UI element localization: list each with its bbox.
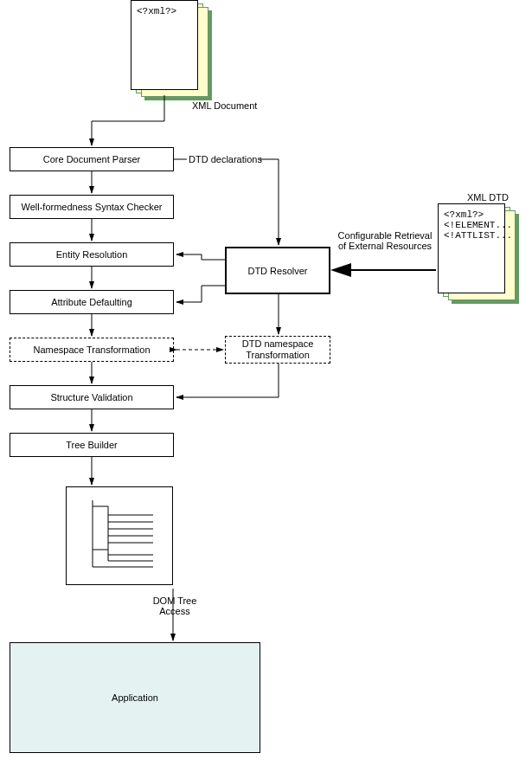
xml-doc-card: <?xml?> [131, 0, 198, 90]
dom-tree-label: DOM Tree Access [149, 595, 201, 616]
application-box: Application [10, 642, 260, 753]
tree-builder-label: Tree Builder [66, 440, 118, 450]
config-retrieval-label: Configurable Retrieval of External Resou… [337, 230, 433, 251]
entity-res-box: Entity Resolution [10, 242, 174, 267]
tree-builder-box: Tree Builder [10, 433, 174, 457]
wellformed-box: Well-formedness Syntax Checker [10, 195, 174, 219]
dtd-resolver-box: DTD Resolver [225, 247, 330, 294]
xml-dtd-line1: <?xml?> [444, 209, 499, 220]
dtd-resolver-label: DTD Resolver [247, 266, 307, 276]
wellformed-label: Well-formedness Syntax Checker [21, 202, 162, 212]
struct-validation-box: Structure Validation [10, 385, 174, 409]
xml-doc-header: <?xml?> [137, 6, 176, 16]
attr-default-label: Attribute Defaulting [51, 297, 132, 307]
xml-dtd-line3: <!ATTLIST... [444, 230, 499, 241]
xml-dtd-card: <?xml?> <!ELEMENT... <!ATTLIST... [438, 203, 505, 293]
xml-dtd-caption: XML DTD [467, 192, 509, 203]
entity-res-label: Entity Resolution [56, 249, 128, 260]
core-parser-box: Core Document Parser [10, 147, 174, 171]
core-parser-label: Core Document Parser [43, 154, 141, 164]
struct-validation-label: Structure Validation [50, 392, 132, 402]
dtd-ns-transform-label: DTD namespace Transformation [226, 338, 330, 361]
xml-dtd-line2: <!ELEMENT... [444, 220, 499, 230]
dtd-decl-label: DTD declarations [189, 154, 262, 164]
ns-transform-box: Namespace Transformation [10, 338, 174, 362]
dtd-ns-transform-box: DTD namespace Transformation [225, 336, 330, 364]
xml-doc-caption: XML Document [192, 100, 257, 111]
dom-tree-icon [66, 486, 173, 585]
application-label: Application [112, 692, 158, 703]
attr-default-box: Attribute Defaulting [10, 290, 174, 314]
ns-transform-label: Namespace Transformation [33, 344, 150, 355]
